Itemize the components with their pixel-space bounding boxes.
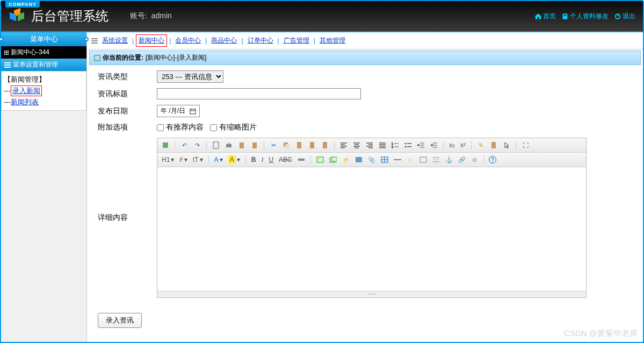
- align-justify-icon[interactable]: [378, 140, 387, 150]
- svg-rect-25: [310, 142, 314, 148]
- subscript-icon[interactable]: x₂: [448, 141, 456, 149]
- outdent-icon[interactable]: [416, 140, 426, 150]
- select-type[interactable]: 253 --- 资讯信息: [157, 70, 223, 83]
- sidebar-group-title: 【新闻管理】: [4, 75, 84, 84]
- align-left-icon[interactable]: [339, 140, 349, 150]
- special-char-icon[interactable]: [418, 155, 428, 165]
- select-all-icon[interactable]: [489, 140, 498, 150]
- svg-rect-26: [323, 142, 327, 148]
- paste-text-icon[interactable]: [307, 140, 317, 150]
- svg-rect-24: [297, 142, 301, 148]
- checkbox-thumb-wrap[interactable]: 有缩略图片: [210, 123, 257, 132]
- flash-icon[interactable]: ⚡: [341, 155, 351, 165]
- svg-rect-10: [91, 42, 98, 44]
- tab-order[interactable]: 订单中心: [245, 35, 276, 46]
- svg-rect-18: [226, 144, 231, 147]
- sidebar-link-news-list[interactable]: 新闻列表: [11, 98, 39, 106]
- svg-marker-58: [431, 144, 432, 146]
- input-date[interactable]: 年 /月/日: [157, 105, 200, 117]
- tab-product[interactable]: 商品中心: [209, 35, 239, 46]
- svg-rect-23: [285, 144, 290, 148]
- label-type: 资讯类型: [98, 72, 157, 82]
- cursor-icon[interactable]: [502, 140, 511, 150]
- help-icon[interactable]: ?: [489, 156, 496, 163]
- svg-rect-6: [4, 65, 11, 66]
- tab-news[interactable]: 新闻中心: [136, 34, 167, 47]
- sidebar-item-add-news[interactable]: ---录入新闻: [4, 85, 84, 96]
- image-icon[interactable]: [315, 155, 325, 165]
- forecolor-select[interactable]: A▾: [213, 156, 224, 163]
- clear-format-icon[interactable]: ✎: [476, 140, 486, 150]
- checkbox-recommend-wrap[interactable]: 有推荐内容: [157, 123, 204, 132]
- align-center-icon[interactable]: [352, 140, 361, 150]
- unlink-icon[interactable]: ⊘: [470, 155, 480, 165]
- pagebreak-icon[interactable]: [431, 155, 441, 165]
- home-icon: [534, 12, 542, 20]
- svg-rect-17: [213, 142, 219, 148]
- editor-toolbar-row2: H1▾ F▾ tT▾ A▾ A▾ B I U ABC: [157, 153, 586, 167]
- svg-point-62: [318, 158, 319, 159]
- svg-rect-48: [407, 143, 411, 144]
- paste-icon[interactable]: [237, 140, 247, 150]
- editor-content[interactable]: [157, 167, 586, 291]
- copy-icon[interactable]: [281, 140, 291, 150]
- link-icon[interactable]: 🔗: [457, 155, 467, 165]
- font-select[interactable]: F▾: [178, 156, 189, 164]
- redo-icon[interactable]: ↷: [192, 140, 202, 150]
- profile-button[interactable]: 个人资料修改: [559, 11, 611, 22]
- list-bullet-icon[interactable]: [403, 140, 413, 150]
- backcolor-select[interactable]: A▾: [227, 155, 241, 164]
- table-icon[interactable]: [380, 155, 389, 165]
- indent-icon[interactable]: [429, 140, 439, 150]
- removeformat-icon[interactable]: [296, 155, 306, 165]
- multi-image-icon[interactable]: [328, 155, 338, 165]
- logout-button[interactable]: 退出: [612, 11, 638, 22]
- strikethrough-icon[interactable]: ABC: [278, 156, 293, 163]
- svg-text:2: 2: [392, 145, 393, 148]
- home-button[interactable]: 首页: [532, 11, 558, 22]
- input-title[interactable]: [157, 88, 361, 99]
- sidebar-item-news-list[interactable]: ---新闻列表: [4, 97, 84, 107]
- sidebar-menu-body: 【新闻管理】 ---录入新闻 ---新闻列表: [1, 71, 86, 111]
- anchor-icon[interactable]: ⚓: [444, 155, 454, 165]
- checkbox-thumb[interactable]: [210, 124, 217, 131]
- chevron-down-icon: ▾: [220, 156, 223, 163]
- align-right-icon[interactable]: [365, 140, 374, 150]
- chevron-down-icon: ▾: [200, 156, 203, 163]
- tab-ad[interactable]: 广告管理: [281, 35, 312, 46]
- list-icon: [91, 38, 98, 44]
- breadcrumb: 你当前的位置: [新闻中心]-[录入新闻]: [89, 51, 641, 65]
- clipboard-icon[interactable]: [294, 140, 304, 150]
- cut-icon[interactable]: ✂: [269, 140, 278, 150]
- system-title: 后台管理系统: [31, 8, 108, 25]
- source-icon[interactable]: [161, 140, 170, 150]
- paste-html-icon[interactable]: [320, 140, 330, 150]
- undo-icon[interactable]: ↶: [179, 140, 189, 150]
- sidebar-subheader[interactable]: 新闻中心-344: [1, 46, 86, 59]
- paste-word-icon[interactable]: [250, 140, 259, 150]
- sidebar-link-add-news[interactable]: 录入新闻: [11, 85, 42, 96]
- tab-system[interactable]: 系统设置: [100, 35, 130, 46]
- account-info: 账号: admin: [130, 11, 172, 21]
- print-icon[interactable]: [224, 140, 234, 150]
- checkbox-recommend[interactable]: [157, 124, 164, 131]
- fullscreen-icon[interactable]: ⛶: [520, 140, 530, 150]
- tab-other[interactable]: 其他管理: [317, 35, 348, 46]
- svg-rect-2: [563, 15, 566, 16]
- fontsize-select[interactable]: tT▾: [192, 156, 204, 163]
- tab-member[interactable]: 会员中心: [173, 35, 203, 46]
- media-icon[interactable]: [354, 155, 364, 165]
- svg-rect-16: [163, 142, 168, 148]
- emoji-icon[interactable]: ☺: [406, 155, 415, 165]
- template-icon[interactable]: [211, 140, 221, 150]
- bold-icon[interactable]: B: [250, 156, 257, 163]
- underline-icon[interactable]: U: [267, 156, 274, 163]
- attachment-icon[interactable]: 📎: [367, 155, 377, 165]
- list-ordered-icon[interactable]: 12: [390, 140, 400, 150]
- superscript-icon[interactable]: x²: [459, 141, 467, 149]
- hr-icon[interactable]: [393, 155, 402, 165]
- heading-select[interactable]: H1▾: [161, 156, 175, 163]
- submit-button[interactable]: 录入资讯: [98, 313, 142, 328]
- italic-icon[interactable]: I: [260, 156, 264, 164]
- editor-resize-handle[interactable]: • • •: [157, 291, 586, 297]
